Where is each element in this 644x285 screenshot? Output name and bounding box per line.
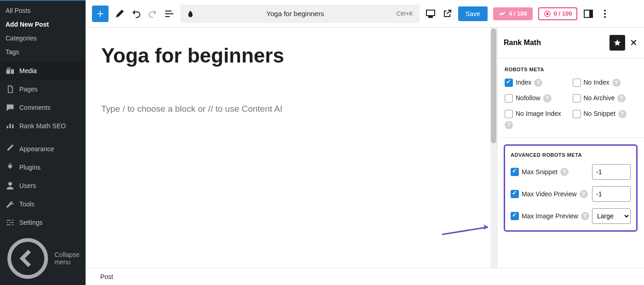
submenu-all-posts[interactable]: All Posts <box>0 4 86 17</box>
redo-icon[interactable] <box>147 8 158 19</box>
help-icon[interactable]: ? <box>617 94 626 103</box>
content-ai-badge[interactable]: 0 / 100 <box>538 7 578 20</box>
svg-point-5 <box>604 10 606 11</box>
checkbox-max-image[interactable] <box>511 212 519 220</box>
help-icon[interactable]: ? <box>612 79 621 87</box>
help-icon[interactable]: ? <box>505 121 513 129</box>
help-icon[interactable]: ? <box>534 79 542 87</box>
submenu-categories[interactable]: Categories <box>0 31 86 45</box>
shortcut-hint: Ctrl+K <box>397 10 413 17</box>
external-icon[interactable] <box>442 8 453 19</box>
robots-noimageindex: No Image Index ? <box>505 110 569 129</box>
brush-icon <box>6 144 15 154</box>
content-area: Yoga for beginners Type / to choose a bl… <box>86 28 490 268</box>
post-title[interactable]: Yoga for beginners <box>101 44 475 67</box>
max-video-row: Max Video Preview ? <box>511 186 631 202</box>
target-icon <box>544 10 551 17</box>
help-icon[interactable]: ? <box>560 168 569 176</box>
help-icon[interactable]: ? <box>543 94 552 103</box>
media-icon <box>6 66 15 75</box>
menu-comments[interactable]: Comments <box>0 98 86 117</box>
checkbox-noarchive[interactable] <box>573 94 581 103</box>
collapse-label: Collapse menu <box>54 251 80 266</box>
help-icon[interactable]: ? <box>618 110 627 118</box>
panel-title: Rank Math <box>504 39 610 47</box>
svg-point-2 <box>546 12 548 15</box>
comments-icon <box>6 103 15 112</box>
svg-point-6 <box>604 13 606 15</box>
collapse-menu[interactable]: Collapse menu <box>0 232 86 285</box>
robots-meta-section: ROBOTS META Index ? No Index ? Nofoll <box>497 58 644 138</box>
admin-sidebar: All Posts Add New Post Categories Tags M… <box>0 0 86 285</box>
robots-meta-title: ROBOTS META <box>505 67 637 72</box>
editor-main: Yoga for beginners Ctrl+K Save 4 / 100 0… <box>86 0 644 285</box>
more-icon[interactable] <box>599 8 610 19</box>
editor-footer: Post <box>86 268 644 285</box>
breadcrumb[interactable]: Post <box>100 273 113 280</box>
checkbox-max-video[interactable] <box>511 190 519 198</box>
menu-label: Comments <box>19 104 51 111</box>
robots-noarchive: No Archive ? <box>573 94 637 103</box>
star-icon <box>613 39 621 47</box>
undo-icon[interactable] <box>131 8 142 19</box>
editor-toolbar: Yoga for beginners Ctrl+K Save 4 / 100 0… <box>86 0 644 28</box>
checkbox-nosnippet[interactable] <box>573 110 581 118</box>
help-icon[interactable]: ? <box>581 212 589 220</box>
panel-toggle-icon[interactable] <box>583 8 594 19</box>
submenu-add-new[interactable]: Add New Post <box>0 17 86 31</box>
user-icon <box>6 181 15 190</box>
advanced-robots-box: ADVANCED ROBOTS META Max Snippet ? Max V… <box>504 144 638 232</box>
scroll-thumb[interactable] <box>491 28 496 143</box>
document-title-bar[interactable]: Yoga for beginners Ctrl+K <box>180 5 420 23</box>
desktop-icon[interactable] <box>425 8 436 19</box>
max-image-row: Max Image Preview ? Large <box>511 208 631 224</box>
submenu-tags[interactable]: Tags <box>0 45 86 59</box>
editor-body: Yoga for beginners Type / to choose a bl… <box>86 28 644 268</box>
checkbox-noimageindex[interactable] <box>505 110 513 118</box>
max-snippet-input[interactable] <box>592 164 631 180</box>
menu-label: Tools <box>19 200 34 208</box>
menu-pages[interactable]: Pages <box>0 80 86 98</box>
menu-media[interactable]: Media <box>0 62 86 80</box>
max-video-input[interactable] <box>592 186 631 202</box>
menu-label: Media <box>19 67 37 74</box>
collapse-icon <box>6 236 50 280</box>
menu-rankmath[interactable]: Rank Math SEO <box>0 117 86 135</box>
document-title: Yoga for beginners <box>199 10 392 17</box>
svg-line-8 <box>442 227 488 234</box>
max-image-select[interactable]: Large <box>592 208 631 224</box>
menu-tools[interactable]: Tools <box>0 195 86 213</box>
star-button[interactable] <box>610 35 625 51</box>
menu-label: Rank Math SEO <box>19 122 66 130</box>
add-block-button[interactable] <box>92 6 109 22</box>
robots-nofollow: Nofollow ? <box>505 94 569 103</box>
close-button[interactable]: ✕ <box>630 37 638 48</box>
menu-users[interactable]: Users <box>0 177 86 195</box>
menu-label: Users <box>19 182 36 189</box>
advanced-robots-section: ADVANCED ROBOTS META Max Snippet ? Max V… <box>497 138 644 238</box>
checkbox-nofollow[interactable] <box>505 94 513 103</box>
checkbox-index[interactable] <box>505 79 513 87</box>
menu-label: Plugins <box>19 164 40 171</box>
checkbox-max-snippet[interactable] <box>511 168 519 176</box>
save-button[interactable]: Save <box>458 6 488 21</box>
block-placeholder[interactable]: Type / to choose a block or // to use Co… <box>101 104 475 114</box>
plug-icon <box>6 163 15 172</box>
content-ai-text: 0 / 100 <box>554 10 572 17</box>
seo-score-badge[interactable]: 4 / 100 <box>493 7 533 20</box>
robots-noindex: No Index ? <box>573 79 637 87</box>
posts-submenu: All Posts Add New Post Categories Tags <box>0 1 86 62</box>
robots-nosnippet: No Snippet ? <box>573 110 637 129</box>
menu-plugins[interactable]: Plugins <box>0 158 86 177</box>
rankmath-panel: Rank Math ✕ ROBOTS META Index ? No I <box>497 28 644 268</box>
edit-icon[interactable] <box>114 8 125 19</box>
menu-settings[interactable]: Settings <box>0 213 86 232</box>
checkbox-noindex[interactable] <box>573 79 581 87</box>
seo-icon <box>6 121 15 131</box>
menu-appearance[interactable]: Appearance <box>0 140 86 158</box>
svg-point-0 <box>9 240 46 277</box>
sliders-icon <box>6 218 15 227</box>
outline-icon[interactable] <box>164 8 175 19</box>
leaf-icon <box>187 10 194 17</box>
help-icon[interactable]: ? <box>580 190 588 198</box>
